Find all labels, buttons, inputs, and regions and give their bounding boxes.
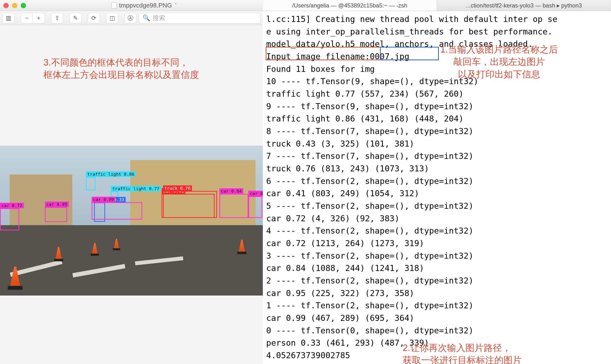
terminal-line: car 0.72 (4, 326) (92, 383) (266, 212, 608, 225)
detection-label: car 0 (248, 191, 264, 196)
annotate-icon: Ⓐ (128, 14, 133, 22)
terminal-line: e using inter_op_parallelism_threads for… (266, 26, 608, 38)
detection-label: truck 0.76 (163, 185, 192, 191)
detection-box: truck 0.76 (163, 191, 217, 218)
zoom-group: − + (21, 13, 45, 23)
detection-label: traffic light 0.77 (111, 186, 161, 191)
terminal-line: 2 ---- tf.Tensor(2, shape=(), dtype=int3… (266, 274, 608, 287)
zoom-out-icon: − (25, 15, 28, 21)
annotation-3-line1: 3.不同颜色的框体代表的目标不同， (43, 56, 199, 69)
terminal-line: 7 ---- tf.Tensor(7, shape=(), dtype=int3… (266, 150, 608, 162)
zoom-in-icon: + (37, 15, 40, 21)
window-controls (3, 3, 26, 8)
detection-box: car 0.84 (220, 194, 248, 218)
share-button[interactable]: ⇪ (51, 13, 63, 23)
terminal-line: 5 ---- tf.Tensor(2, shape=(), dtype=int3… (266, 200, 608, 212)
rotate-icon: ⟳ (91, 15, 96, 21)
preview-window: tmppvcdge98.PNG ˅ ▥ − + ⇪ ✎ ⟳ ◫ Ⓐ 🔍 搜索 3… (0, 0, 263, 364)
detection-box: car 0.72 (0, 208, 19, 231)
terminal-line: 8 ---- tf.Tensor(7, shape=(), dtype=int3… (266, 125, 608, 138)
share-icon: ⇪ (55, 15, 60, 21)
detection-box: car 0.95 (45, 207, 67, 222)
detection-label: traffic light 0.86 (86, 171, 136, 177)
terminal-line: l.cc:115] Creating new thread pool with … (266, 13, 608, 26)
terminal-line: 0 ---- tf.Tensor(0, shape=(), dtype=int3… (266, 325, 608, 337)
detection-label: car 0.72 (0, 203, 24, 208)
preview-titlebar[interactable]: tmppvcdge98.PNG ˅ (0, 0, 263, 11)
annotate-button[interactable]: Ⓐ (124, 13, 136, 23)
search-icon: 🔍 (143, 14, 150, 22)
crop-icon: ◫ (109, 15, 115, 21)
markup-pencil-button[interactable]: ✎ (69, 13, 81, 23)
detection-box: traffic light 0.86 (86, 177, 95, 190)
detection-box: car 0 (248, 196, 262, 218)
detection-label: car 0.99 (92, 197, 116, 202)
chevron-down-icon[interactable]: ˅ (174, 2, 177, 9)
document-icon (111, 2, 117, 9)
terminal-line: 9 ---- tf.Tensor(9, shape=(), dtype=int3… (266, 100, 608, 113)
terminal-line: traffic light 0.86 (431, 168) (448, 204) (266, 113, 608, 125)
annotation-2-line1: 2.让你再次输入图片路径， (403, 342, 522, 354)
window-title-text: tmppvcdge98.PNG (119, 2, 172, 9)
terminal-output[interactable]: l.cc:115] Creating new thread pool with … (263, 11, 611, 364)
minimize-icon[interactable] (12, 3, 17, 8)
terminal-line: 3 ---- tf.Tensor(2, shape=(), dtype=int3… (266, 250, 608, 262)
terminal-tab-2[interactable]: ...ction/test/tf2-keras-yolo3 — bash ▸ p… (437, 0, 611, 11)
annotation-2: 2.让你再次输入图片路径， 获取一张进行目标标注的图片 (403, 342, 522, 364)
zoom-in-button[interactable]: + (33, 13, 45, 23)
detection-label: car 0.95 (45, 202, 69, 207)
terminal-tabs: /Users/angelia — @453892c15ba5:~ — -zsh … (263, 0, 611, 11)
terminal-tab-1-label: /Users/angelia — @453892c15ba5:~ — -zsh (292, 2, 407, 9)
terminal-line: car 0.99 (467, 289) (695, 364) (266, 312, 608, 325)
detection-label: car 0.84 (220, 188, 243, 194)
terminal-line: 4 ---- tf.Tensor(2, shape=(), dtype=int3… (266, 225, 608, 237)
terminal-line: car 0.95 (225, 322) (273, 358) (266, 287, 608, 300)
terminal-window: /Users/angelia — @453892c15ba5:~ — -zsh … (263, 0, 611, 364)
annotation-1: 1.当输入该图片路径名称之后 敲回车，出现左边图片 以及打印出如下信息 (440, 43, 558, 80)
terminal-line: car 0.41 (803, 249) (1054, 312) (266, 187, 608, 200)
terminal-line: 6 ---- tf.Tensor(2, shape=(), dtype=int3… (266, 175, 608, 188)
annotation-1-line2: 敲回车，出现左边图片 (440, 56, 558, 68)
zoom-out-button[interactable]: − (21, 13, 33, 23)
annotation-3: 3.不同颜色的框体代表的目标不同， 框体左上方会出现目标名称以及置信度 (43, 56, 199, 81)
search-placeholder: 搜索 (153, 14, 165, 22)
maximize-icon[interactable] (21, 3, 26, 8)
terminal-line: truck 0.76 (813, 243) (1073, 313) (266, 162, 608, 175)
close-icon[interactable] (3, 3, 9, 8)
terminal-line: car 0.72 (1213, 264) (1273, 319) (266, 237, 608, 250)
rotate-button[interactable]: ⟳ (88, 13, 100, 23)
terminal-tab-2-label: ...ction/test/tf2-keras-yolo3 — bash ▸ p… (466, 2, 582, 9)
detection-box: car 0.99 (92, 202, 142, 220)
sidebar-toggle-button[interactable]: ▥ (2, 13, 14, 23)
pencil-icon: ✎ (73, 15, 78, 21)
terminal-line: traffic light 0.77 (557, 234) (567, 260) (266, 88, 608, 100)
terminal-line: truck 0.43 (3, 325) (101, 381) (266, 138, 608, 150)
preview-canvas[interactable]: 3.不同颜色的框体代表的目标不同， 框体左上方会出现目标名称以及置信度 traf… (0, 25, 263, 364)
annotation-2-line2: 获取一张进行目标标注的图片 (403, 354, 522, 364)
window-title: tmppvcdge98.PNG ˅ (29, 2, 260, 9)
terminal-line: car 0.84 (1088, 244) (1241, 318) (266, 262, 608, 274)
preview-toolbar: ▥ − + ⇪ ✎ ⟳ ◫ Ⓐ 🔍 搜索 (0, 11, 263, 25)
search-field[interactable]: 🔍 搜索 (139, 13, 260, 23)
annotation-1-line3: 以及打印出如下信息 (440, 68, 558, 80)
annotation-1-line1: 1.当输入该图片路径名称之后 (440, 43, 558, 56)
terminal-line: 1 ---- tf.Tensor(2, shape=(), dtype=int3… (266, 299, 608, 312)
terminal-tab-1[interactable]: /Users/angelia — @453892c15ba5:~ — -zsh (263, 0, 437, 11)
crop-button[interactable]: ◫ (106, 13, 118, 23)
sidebar-icon: ▥ (6, 15, 11, 21)
annotation-3-line2: 框体左上方会出现目标名称以及置信度 (43, 69, 199, 81)
detection-result-image: traffic light 0.86traffic light 0.77pers… (0, 146, 263, 296)
highlight-filename-blue (380, 47, 439, 60)
